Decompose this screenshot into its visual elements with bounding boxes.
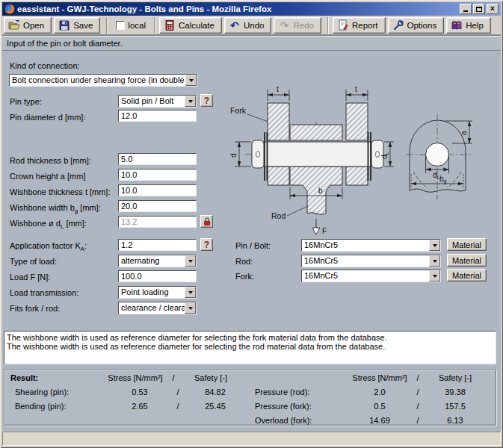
dropdown-arrow-button[interactable] bbox=[185, 287, 196, 298]
chevron-down-icon bbox=[188, 291, 193, 296]
toolbar: Open Save local bbox=[2, 16, 501, 35]
fork-prong bbox=[268, 103, 289, 140]
minimize-button[interactable] bbox=[460, 4, 472, 14]
close-button[interactable]: × bbox=[487, 4, 499, 14]
options-label: Options bbox=[407, 21, 437, 30]
calculate-label: Calculate bbox=[179, 21, 215, 30]
wishbone-width-input[interactable] bbox=[118, 200, 197, 212]
pin-diameter-label: Pin diameter d [mm]: bbox=[10, 113, 85, 122]
stress-header: Stress [N/mm²] bbox=[348, 373, 412, 382]
pin-type-help-button[interactable]: ? bbox=[200, 94, 213, 107]
fork-prong bbox=[268, 167, 289, 185]
pin-diameter-input[interactable] bbox=[118, 110, 197, 122]
firefox-icon bbox=[4, 4, 15, 14]
window-title: eassistant - GWJ-Technology - Bolts and … bbox=[17, 4, 460, 13]
form-area: Kind of connection: Bolt connection unde… bbox=[2, 51, 501, 432]
load-f-label: Load F [N]: bbox=[10, 273, 50, 281]
crown-height-input[interactable] bbox=[118, 169, 197, 181]
material-rod-button[interactable]: Material bbox=[447, 254, 487, 267]
type-of-load-value: alternating bbox=[119, 255, 185, 267]
dim-t-left: t bbox=[277, 85, 279, 93]
material-pin-label: Pin / Bolt: bbox=[235, 241, 271, 250]
dropdown-arrow-button[interactable] bbox=[185, 255, 196, 267]
material-fork-select[interactable]: 16MnCr5 bbox=[301, 270, 441, 282]
options-tools-icon bbox=[392, 19, 404, 31]
dropdown-arrow-button[interactable] bbox=[429, 270, 440, 281]
dim-bg: bg bbox=[439, 175, 447, 184]
rod-label: Rod bbox=[271, 211, 286, 220]
rod-thickness-label: Rod thickness b [mm]: bbox=[10, 156, 91, 165]
result-header-right: Stress [N/mm²] / Safety [-] bbox=[255, 373, 487, 382]
material-pin-select[interactable]: 16MnCr5 bbox=[301, 239, 441, 252]
redo-button[interactable]: ↷ Redo bbox=[274, 17, 321, 34]
calculate-button[interactable]: Calculate bbox=[159, 17, 222, 34]
application-factor-help-button[interactable]: ? bbox=[200, 238, 213, 251]
wishbone-thickness-input[interactable] bbox=[118, 184, 197, 196]
toolbar-divider bbox=[106, 17, 108, 34]
open-button[interactable]: Open bbox=[4, 17, 52, 34]
dropdown-arrow-button[interactable] bbox=[429, 255, 440, 267]
pin-type-select[interactable]: Solid pin / Bolt bbox=[118, 95, 197, 108]
local-checkbox-box[interactable] bbox=[116, 21, 125, 30]
fits-value: clearance / clearance bbox=[119, 302, 185, 314]
result-row: Shearing (pin): 0.53 / 84.82 bbox=[15, 388, 247, 396]
safety-header: Safety [-] bbox=[179, 373, 242, 382]
options-button[interactable]: Options bbox=[388, 17, 445, 34]
report-button[interactable]: Report bbox=[333, 17, 386, 34]
type-of-load-label: Type of load: bbox=[10, 257, 57, 266]
result-header-left: Result: Stress [N/mm²] / Safety [-] bbox=[10, 373, 242, 382]
help-label: Help bbox=[466, 21, 484, 30]
wishbone-diameter-input bbox=[118, 216, 197, 228]
material-pin-button[interactable]: Material bbox=[447, 238, 487, 251]
local-checkbox[interactable]: local bbox=[116, 21, 146, 30]
dim-a: a bbox=[460, 131, 468, 135]
material-fork-value: 16MnCr5 bbox=[302, 270, 429, 281]
report-document-icon bbox=[337, 19, 349, 31]
result-row: Pressure (fork): 0.5 / 157.5 bbox=[255, 402, 487, 411]
dim-t-right: t bbox=[355, 85, 357, 93]
result-panel: Result: Stress [N/mm²] / Safety [-] Shea… bbox=[4, 369, 496, 426]
toolbar-divider bbox=[327, 17, 329, 34]
chevron-down-icon bbox=[188, 260, 193, 265]
save-button[interactable]: Save bbox=[54, 17, 100, 34]
pin-type-label: Pin type: bbox=[10, 97, 42, 106]
maximize-button[interactable] bbox=[473, 4, 485, 14]
fits-select[interactable]: clearance / clearance bbox=[118, 302, 197, 314]
kind-of-connection-label: Kind of connection: bbox=[10, 61, 80, 70]
dropdown-arrow-button[interactable] bbox=[185, 302, 196, 314]
fork-label: Fork bbox=[230, 106, 247, 115]
redo-arrow-icon: ↷ bbox=[278, 19, 290, 31]
rod-thickness-input[interactable] bbox=[118, 153, 197, 165]
dropdown-arrow-button[interactable] bbox=[185, 96, 196, 107]
crown-height-label: Crown height a [mm] bbox=[10, 172, 85, 181]
wishbone-diameter-lock-button[interactable] bbox=[200, 215, 213, 228]
lock-icon bbox=[202, 217, 212, 227]
dim-d: d bbox=[229, 153, 238, 158]
kind-of-connection-select[interactable]: Bolt connection under shearing force (in… bbox=[9, 74, 197, 87]
dropdown-arrow-button[interactable] bbox=[185, 75, 197, 86]
type-of-load-select[interactable]: alternating bbox=[118, 255, 197, 267]
undo-button[interactable]: ↶ Undo bbox=[224, 17, 272, 34]
material-rod-select[interactable]: 16MnCr5 bbox=[301, 255, 441, 267]
redo-label: Redo bbox=[293, 21, 314, 30]
fork-prong bbox=[346, 103, 368, 140]
result-title: Result: bbox=[10, 373, 103, 382]
result-row: Pressure (rod): 2.0 / 39.38 bbox=[255, 388, 487, 396]
info-line: The wishbone width is used as reference … bbox=[7, 333, 493, 342]
help-button[interactable]: Help bbox=[446, 17, 491, 34]
app-window: eassistant - GWJ-Technology - Bolts and … bbox=[0, 0, 503, 448]
close-icon: × bbox=[490, 5, 495, 13]
application-factor-input[interactable] bbox=[118, 239, 197, 251]
dropdown-arrow-button[interactable] bbox=[429, 240, 440, 251]
load-f-input[interactable] bbox=[118, 270, 197, 282]
chevron-down-icon bbox=[433, 260, 437, 265]
chevron-down-icon bbox=[433, 275, 437, 280]
toolbar-divider bbox=[154, 17, 155, 34]
calculator-icon bbox=[164, 19, 176, 31]
pin bbox=[253, 142, 380, 167]
material-fork-button[interactable]: Material bbox=[447, 269, 487, 281]
load-transmission-select[interactable]: Point loading bbox=[118, 286, 197, 299]
report-label: Report bbox=[352, 21, 378, 30]
rod-lower bbox=[290, 167, 342, 215]
wishbone-width-label: Wishbone width bg [mm]: bbox=[10, 203, 101, 212]
